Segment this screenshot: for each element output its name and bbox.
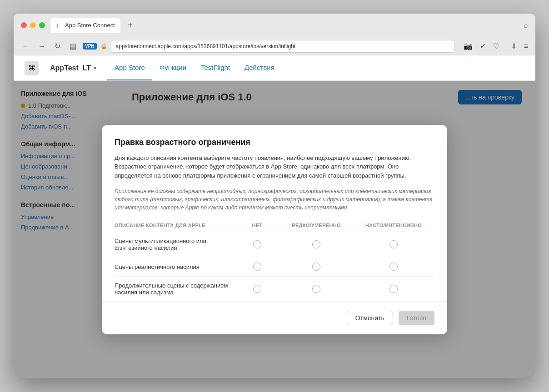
browser-tab[interactable]:  App Store Connect: [50, 18, 120, 33]
radio-row3-none[interactable]: [253, 285, 261, 293]
menu-icon[interactable]: ≡: [522, 40, 530, 52]
nav-item-functions[interactable]: Функции: [152, 55, 194, 80]
radio-row2-none[interactable]: [253, 263, 261, 271]
main-content: Приложение для iOS 1.0 Подготовк... Доба…: [14, 81, 535, 378]
share-button[interactable]: ▤: [67, 40, 79, 52]
nav-separator: [505, 42, 505, 51]
close-button[interactable]: [21, 22, 27, 28]
browser-search-icon[interactable]: ⌕: [524, 21, 528, 30]
nav-bar: ← → ↻ ▤ VPN 🔒 appstoreconnect.apple.com/…: [14, 37, 535, 55]
modal-title: Правка возрастного ограничения: [115, 138, 434, 147]
col-header-rarely: РЕДКО/УМЕРЕННО: [280, 223, 353, 228]
forward-button[interactable]: →: [35, 40, 48, 52]
table-row: Продолжительные сцены с содержанием наси…: [115, 277, 434, 301]
app-logo-icon: ⌘: [28, 64, 35, 72]
row2-often-radio[interactable]: [353, 263, 434, 271]
row1-none-radio[interactable]: [235, 240, 280, 248]
radio-row1-often[interactable]: [389, 240, 398, 248]
app-name-container[interactable]: AppTest_LT ▾: [50, 64, 96, 72]
nav-item-actions[interactable]: Действия: [237, 55, 282, 80]
row1-label: Сцены мультипликационного или фэнтезийно…: [115, 238, 235, 251]
cancel-button[interactable]: Отменить: [347, 311, 393, 325]
back-button[interactable]: ←: [19, 40, 32, 52]
row3-rarely-radio[interactable]: [280, 285, 353, 293]
row3-label: Продолжительные сцены с содержанием наси…: [115, 282, 235, 296]
url-text: appstoreconnect.apple.com/apps/153689110…: [116, 43, 296, 50]
row3-often-radio[interactable]: [353, 285, 434, 293]
modal-footer: Отменить Готово: [102, 301, 447, 334]
reload-button[interactable]: ↻: [52, 40, 63, 52]
lock-icon: 🔒: [100, 43, 107, 50]
app-logo: ⌘: [25, 61, 39, 75]
app-content: ⌘ AppTest_LT ▾ App Store Функции TestFli…: [14, 55, 535, 378]
tab-title: App Store Connect: [65, 22, 115, 29]
camera-icon[interactable]: 📷: [462, 40, 474, 52]
title-bar:  App Store Connect + ⌕: [14, 14, 535, 37]
maximize-button[interactable]: [39, 22, 45, 28]
age-rating-modal: Правка возрастного ограничения Для каждо…: [102, 125, 447, 335]
row1-often-radio[interactable]: [353, 240, 434, 248]
col-header-often: ЧАСТО/ИНТЕНСИВНО: [353, 223, 434, 228]
app-header: ⌘ AppTest_LT ▾ App Store Функции TestFli…: [14, 55, 535, 81]
row1-rarely-radio[interactable]: [280, 240, 353, 248]
nav-item-appstore[interactable]: App Store: [107, 55, 152, 80]
shield-icon[interactable]: ✓: [478, 40, 488, 52]
apple-icon: : [56, 22, 62, 29]
nav-icons: 📷 ✓ ♡ ⇓ ≡: [462, 40, 530, 52]
nav-item-testflight[interactable]: TestFlight: [194, 55, 237, 80]
radio-row2-often[interactable]: [389, 263, 398, 271]
row3-none-radio[interactable]: [235, 285, 280, 293]
browser-window:  App Store Connect + ⌕ ← → ↻ ▤ VPN 🔒 ap…: [14, 14, 535, 378]
tab-bar:  App Store Connect +: [50, 18, 518, 33]
col-header-description: ОПИСАНИЕ КОНТЕНТА ДЛЯ APPLE: [115, 223, 235, 228]
download-icon[interactable]: ⇓: [509, 40, 519, 52]
app-dropdown-arrow: ▾: [94, 65, 96, 71]
app-nav: App Store Функции TestFlight Действия: [107, 55, 282, 80]
col-header-none: НЕТ: [235, 223, 280, 228]
radio-row2-rarely[interactable]: [312, 263, 320, 271]
traffic-lights: [21, 22, 45, 28]
radio-row3-often[interactable]: [389, 285, 398, 293]
row2-rarely-radio[interactable]: [280, 263, 353, 271]
new-tab-button[interactable]: +: [124, 19, 137, 32]
table-row: Сцены мультипликационного или фэнтезийно…: [115, 232, 434, 257]
table-header: ОПИСАНИЕ КОНТЕНТА ДЛЯ APPLE НЕТ РЕДКО/УМ…: [115, 219, 434, 232]
row2-label: Сцены реалистичного насилия: [115, 263, 235, 270]
app-name: AppTest_LT: [50, 64, 91, 72]
modal-header: Правка возрастного ограничения Для каждо…: [102, 125, 447, 219]
url-bar[interactable]: appstoreconnect.apple.com/apps/153689110…: [111, 40, 454, 53]
modal-body: ОПИСАНИЕ КОНТЕНТА ДЛЯ APPLE НЕТ РЕДКО/УМ…: [102, 219, 447, 301]
done-button[interactable]: Готово: [399, 311, 434, 325]
radio-row1-rarely[interactable]: [312, 240, 320, 248]
radio-row3-rarely[interactable]: [312, 285, 320, 293]
modal-overlay: Правка возрастного ограничения Для каждо…: [14, 81, 535, 378]
vpn-badge: VPN: [83, 43, 97, 50]
modal-note: Приложения не должны содержать непристой…: [115, 187, 434, 212]
heart-icon[interactable]: ♡: [491, 40, 501, 52]
radio-row1-none[interactable]: [253, 240, 261, 248]
minimize-button[interactable]: [30, 22, 36, 28]
row2-none-radio[interactable]: [235, 263, 280, 271]
modal-description: Для каждого описания контента выберите ч…: [115, 154, 434, 180]
table-row: Сцены реалистичного насилия: [115, 257, 434, 277]
